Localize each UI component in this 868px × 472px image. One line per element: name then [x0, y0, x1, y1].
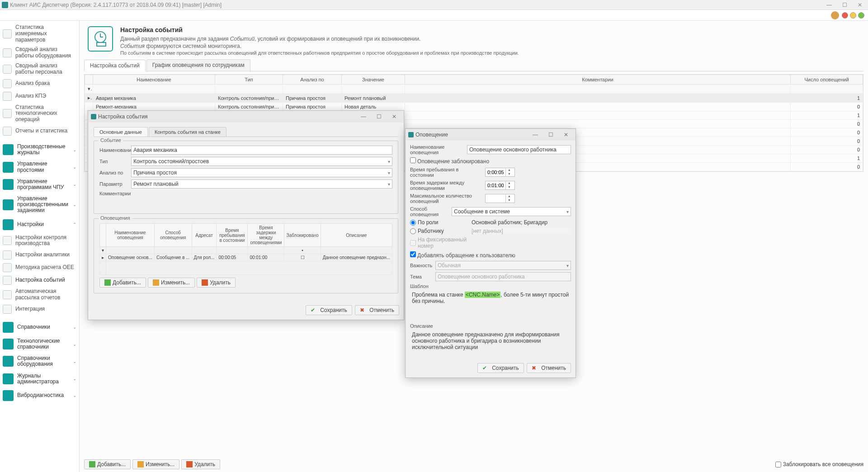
col[interactable]: Адресат [192, 224, 217, 247]
spin-up-icon[interactable]: ▲ [506, 168, 513, 172]
group-tech-ref[interactable]: Технологические справочники⌄ [0, 335, 79, 353]
personal-checkbox[interactable] [410, 251, 416, 257]
nav-personnel-analysis[interactable]: Сводный анализ работы персонала [0, 61, 79, 77]
filter-row[interactable]: ▾▪ [100, 247, 392, 254]
save-button[interactable]: ✔ Сохранить [477, 363, 524, 373]
delete-notif-button[interactable]: Удалить [197, 278, 236, 288]
cancel-button[interactable]: ✖ Отменить [355, 305, 399, 315]
nav-integration[interactable]: Интеграция [0, 303, 79, 316]
nav-events-settings[interactable]: Настройка событий [0, 274, 79, 287]
max-count-spinner[interactable]: ▲▼ [485, 194, 515, 203]
delay-time-spinner[interactable]: ▲▼ [485, 181, 515, 190]
app-icon [408, 132, 414, 137]
nav-control-settings[interactable]: Настройки контроля производства [0, 233, 79, 249]
col-analysis[interactable]: Анализ по [283, 75, 342, 85]
dialog-minimize[interactable]: — [357, 113, 370, 120]
col[interactable]: Способ оповещения [154, 224, 192, 247]
block-all-checkbox[interactable]: Заблокировать все оповещения [775, 461, 863, 467]
radio-worker[interactable] [410, 228, 416, 234]
col-comment[interactable]: Комментарии [405, 75, 791, 85]
nav-kpi-analysis[interactable]: Анализ КПЭ [0, 90, 79, 103]
col-notif-count[interactable]: Число оповещений [791, 75, 863, 85]
notifications-grid[interactable]: Наименование оповещения Способ оповещени… [99, 223, 392, 275]
save-button[interactable]: ✔ Сохранить [306, 305, 352, 315]
spin-down-icon[interactable]: ▼ [506, 185, 513, 189]
edit-notif-button[interactable]: Изменить... [148, 278, 195, 288]
group-cnc[interactable]: Управление программами ЧПУ⌄ [0, 176, 79, 193]
method-select[interactable]: Сообщение в системе [452, 207, 571, 216]
delete-button[interactable]: Удалить [181, 459, 220, 469]
col[interactable]: Время пребывания в состоянии [217, 224, 248, 247]
dialog-maximize[interactable]: ☐ [372, 113, 386, 120]
group-equip-ref[interactable]: Справочники оборудования⌄ [0, 353, 79, 370]
nav-equip-analysis[interactable]: Сводный анализ работы оборудования [0, 45, 79, 61]
user-status-icon[interactable] [831, 11, 839, 19]
stay-time-spinner[interactable]: ▲▼ [485, 168, 515, 177]
window-minimize[interactable]: — [823, 1, 835, 9]
dialog-titlebar[interactable]: Оповещение — ☐ ✕ [406, 129, 576, 141]
event-comment-input[interactable] [99, 197, 392, 208]
edit-button[interactable]: Изменить... [132, 459, 179, 469]
radio-by-role[interactable] [410, 220, 416, 226]
group-downtime[interactable]: Управление простоями⌄ [0, 158, 79, 175]
chevron-down-icon: ⌄ [73, 376, 76, 381]
col-value[interactable]: Значение [342, 75, 405, 85]
notif-name-input[interactable]: Оповещение основного работника [467, 145, 571, 154]
group-settings[interactable]: Настройки⌃ [0, 217, 79, 233]
dtab-main[interactable]: Основные данные [94, 127, 148, 137]
spin-up-icon[interactable]: ▲ [506, 194, 513, 198]
blocked-checkbox[interactable] [410, 157, 416, 163]
cancel-button[interactable]: ✖ Отменить [527, 363, 571, 373]
group-vibro[interactable]: Вибродиагностика⌄ [0, 387, 79, 404]
table-row[interactable]: ▸Авария механикаКонтроль состояния/причи… [85, 94, 863, 103]
event-type-select[interactable]: Контроль состояний/простоев [131, 157, 392, 166]
col[interactable]: Время задержки между оповещениями [248, 224, 284, 247]
spin-down-icon[interactable]: ▼ [506, 198, 513, 203]
spin-down-icon[interactable]: ▼ [506, 172, 513, 176]
nav-oee-method[interactable]: Методика расчета OEE [0, 261, 79, 274]
table-row[interactable]: ▸Оповещение основ...Сообщение в ...Для р… [100, 254, 392, 261]
dialog-maximize[interactable]: ☐ [544, 132, 557, 138]
tab-notify-schedule[interactable]: График оповещения по сотрудникам [146, 59, 250, 71]
add-notif-button[interactable]: Добавить... [99, 278, 146, 288]
nav-stat-params[interactable]: Статистика измеряемых параметров [0, 23, 79, 45]
nav-tech-stats[interactable]: Статистика технологических операций [0, 103, 79, 125]
desc-textarea[interactable]: Данное оповещение предназначено для инфо… [410, 330, 571, 357]
nav-reports[interactable]: Отчеты и статистика [0, 125, 79, 137]
window-close[interactable]: ✕ [854, 1, 866, 9]
table-row[interactable]: Ремонт-механикаКонтроль состояния/причин… [85, 103, 863, 111]
nav-defect-analysis[interactable]: Анализ брака [0, 77, 79, 90]
svg-rect-3 [97, 42, 106, 46]
dtab-machine-control[interactable]: Контроль события на станке [149, 127, 226, 137]
group-tasks[interactable]: Управление производственными заданиями⌄ [0, 193, 79, 217]
dialog-minimize[interactable]: — [528, 132, 542, 138]
nav-analytics-settings[interactable]: Настройки аналитики [0, 249, 79, 261]
dialog-titlebar[interactable]: Настройка события — ☐ ✕ [88, 111, 404, 123]
col-name[interactable]: Наименование [93, 75, 215, 85]
event-analysis-select[interactable]: Причина простоя [131, 168, 392, 177]
group-label: Справочники [17, 324, 69, 330]
spin-up-icon[interactable]: ▲ [506, 181, 513, 185]
dialog-close[interactable]: ✕ [559, 132, 573, 138]
role-select[interactable]: Основной работник; Бригадир [472, 219, 571, 226]
col[interactable]: Описание [321, 224, 392, 247]
table-row[interactable] [100, 261, 392, 275]
dialog-close[interactable]: ✕ [387, 113, 401, 120]
group-prod-journals[interactable]: Производственные журналы⌄ [0, 141, 79, 158]
label-blocked: Оповещение заблокировано [417, 158, 489, 165]
nav-auto-reports[interactable]: Автоматическая рассылка отчетов [0, 287, 79, 303]
group-admin-logs[interactable]: Журналы администратора⌄ [0, 370, 79, 387]
event-name-input[interactable]: Авария механика [131, 146, 392, 155]
col-type[interactable]: Тип [215, 75, 283, 85]
tab-events-settings[interactable]: Настройка событий [84, 60, 146, 71]
tasks-icon [3, 199, 14, 210]
event-param-select[interactable]: Ремонт плановый [131, 179, 392, 189]
template-textarea[interactable]: Проблема на станке <CNC.Name>, более 5-т… [410, 290, 571, 321]
filter-row[interactable]: ▾ [85, 85, 863, 94]
add-button[interactable]: Добавить... [84, 459, 131, 469]
col[interactable]: Наименование оповещения [106, 224, 155, 247]
group-ref[interactable]: Справочники⌄ [0, 319, 79, 335]
window-maximize[interactable]: ☐ [838, 1, 851, 9]
nav-label: Автоматическая рассылка отчетов [15, 288, 76, 301]
col[interactable]: Заблокировано [284, 224, 321, 247]
